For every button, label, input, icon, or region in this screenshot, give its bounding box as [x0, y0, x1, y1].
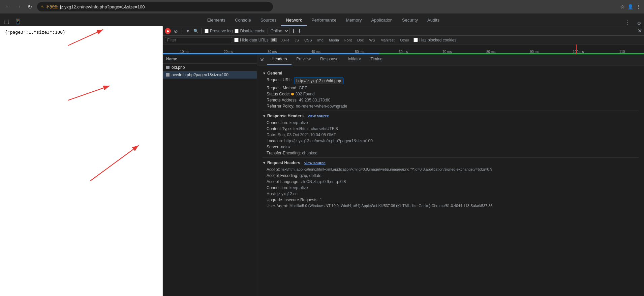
- hide-data-urls-checkbox[interactable]: [234, 38, 239, 42]
- status-code-row: Status Code: 302 Found: [263, 91, 639, 97]
- devtools-tabbar: ⬚ 📱 Elements Console Sources Network Per…: [0, 13, 644, 26]
- filter-bar: Hide data URLs All XHR JS CSS Img Media …: [163, 36, 644, 45]
- tab-console[interactable]: Console: [230, 15, 256, 26]
- export-icon[interactable]: ⬇: [298, 28, 302, 34]
- transfer-encoding-key: Transfer-Encoding:: [267, 151, 301, 155]
- tab-security[interactable]: Security: [397, 15, 423, 26]
- accept-row: Accept: text/html,application/xhtml+xml,…: [263, 167, 639, 173]
- details-tab-headers[interactable]: Headers: [267, 55, 292, 65]
- server-key: Server:: [267, 145, 280, 149]
- response-headers-section-title[interactable]: Response Headers view source: [263, 114, 639, 118]
- filter-manifest[interactable]: Manifest: [378, 37, 397, 43]
- file-name-newinfo: newInfo.php?page=1&size=100: [172, 72, 228, 77]
- record-button[interactable]: ●: [165, 28, 171, 34]
- tab-sources[interactable]: Sources: [256, 15, 281, 26]
- address-bar[interactable]: ⚠ 不安全 jz.yxg12.cn/newInfo.php?page=1&siz…: [37, 2, 273, 11]
- accept-language-row: Accept-Language: zh-CN,zh;q=0.9,en;q=0.8: [263, 179, 639, 185]
- filter-ws[interactable]: WS: [367, 37, 377, 43]
- file-icon-newinfo: [166, 73, 170, 77]
- connection-row: Connection: keep-alive: [263, 120, 639, 126]
- filter-all-badge[interactable]: All: [271, 38, 277, 42]
- devtools-close-icon[interactable]: ✕: [638, 28, 642, 34]
- import-icon[interactable]: ⬆: [292, 28, 296, 34]
- accept-value: text/html,application/xhtml+xml,applicat…: [281, 167, 492, 172]
- file-item-old[interactable]: old.php: [163, 64, 257, 71]
- request-method-row: Request Method: GET: [263, 85, 639, 91]
- clear-button[interactable]: ⊘: [173, 28, 179, 34]
- security-label: 不安全: [46, 4, 58, 10]
- response-headers-view-source[interactable]: view source: [308, 114, 329, 118]
- hide-data-urls-label[interactable]: Hide data URLs: [234, 38, 269, 42]
- filter-xhr[interactable]: XHR: [279, 37, 292, 43]
- menu-icon[interactable]: ⋮: [636, 4, 641, 9]
- filter-types: XHR JS CSS Img Media Font Doc WS Manifes…: [279, 37, 411, 43]
- upgrade-insecure-row: Upgrade-Insecure-Requests: 1: [263, 197, 639, 203]
- profile-icon[interactable]: 👤: [627, 4, 633, 9]
- remote-address-key: Remote Address:: [267, 98, 298, 102]
- has-blocked-cookies-checkbox[interactable]: [413, 38, 418, 42]
- file-name-old: old.php: [172, 65, 185, 70]
- location-row: Location: http://jz.yxg12.cn/newInfo.php…: [263, 138, 639, 144]
- bookmark-icon[interactable]: ☆: [620, 4, 625, 9]
- tab-application[interactable]: Application: [366, 15, 397, 26]
- remote-address-row: Remote Address: 49.235.83.178:80: [263, 97, 639, 103]
- disable-cache-input[interactable]: [235, 29, 239, 33]
- browser-chrome: ← → ↻ ⚠ 不安全 jz.yxg12.cn/newInfo.php?page…: [0, 0, 644, 13]
- host-key: Host:: [267, 191, 276, 196]
- svg-line-2: [68, 86, 110, 100]
- file-icon-old: [166, 66, 170, 69]
- filter-js[interactable]: JS: [292, 37, 301, 43]
- general-section-title[interactable]: General: [263, 71, 639, 76]
- filter-font[interactable]: Font: [342, 37, 354, 43]
- back-button[interactable]: ←: [3, 2, 13, 11]
- headers-content: General Request URL: http://jz.yxg12.cn/…: [257, 65, 644, 212]
- page-json: {"page3":1,"size3":100}: [0, 26, 162, 38]
- device-icon[interactable]: 📱: [13, 17, 23, 26]
- forward-button[interactable]: →: [14, 2, 24, 11]
- filter-css[interactable]: CSS: [302, 37, 314, 43]
- details-tab-preview[interactable]: Preview: [292, 55, 315, 65]
- tab-performance[interactable]: Performance: [307, 15, 341, 26]
- details-tab-timing[interactable]: Timing: [366, 55, 387, 65]
- filter-media[interactable]: Media: [327, 37, 341, 43]
- toolbar-separator-2: [202, 28, 202, 34]
- nav-buttons: ← → ↻: [3, 2, 34, 11]
- file-item-newinfo[interactable]: newInfo.php?page=1&size=100: [163, 71, 257, 79]
- disable-cache-checkbox[interactable]: Disable cache: [235, 29, 265, 33]
- devtools-more-icon[interactable]: ⋮: [621, 19, 634, 26]
- has-blocked-cookies-label[interactable]: Has blocked cookies: [413, 38, 456, 42]
- details-tabs: ✕ Headers Preview Response Initiator Tim…: [257, 55, 644, 65]
- filter-toggle-button[interactable]: ▾: [185, 28, 191, 34]
- devtools-icons: ⬚ 📱: [0, 17, 25, 26]
- preserve-log-input[interactable]: [205, 29, 209, 33]
- tab-network[interactable]: Network: [281, 15, 307, 26]
- throttle-dropdown[interactable]: Online: [268, 28, 289, 34]
- timeline-bar: 10 ms 20 ms 30 ms 40 ms 50 ms 60 ms 70 m…: [163, 45, 644, 55]
- request-headers-section-title[interactable]: Request Headers view source: [263, 160, 639, 165]
- filter-img[interactable]: Img: [315, 37, 326, 43]
- request-headers-view-source[interactable]: view source: [304, 161, 326, 165]
- preserve-log-checkbox[interactable]: Preserve log: [205, 29, 233, 33]
- filter-input[interactable]: [165, 37, 232, 43]
- request-url-row: Request URL: http://jz.yxg12.cn/old.php: [263, 77, 639, 85]
- details-tab-initiator[interactable]: Initiator: [343, 55, 366, 65]
- tab-memory[interactable]: Memory: [341, 15, 367, 26]
- filter-other[interactable]: Other: [398, 37, 412, 43]
- annotation-arrows: [0, 26, 162, 296]
- content-type-key: Content-Type:: [267, 126, 292, 131]
- content-area: Name old.php newInfo.php?page=1&size=100…: [163, 55, 644, 296]
- search-button[interactable]: 🔍: [193, 28, 199, 34]
- upgrade-insecure-value: 1: [320, 198, 322, 202]
- refresh-button[interactable]: ↻: [25, 2, 34, 11]
- tab-audits[interactable]: Audits: [423, 15, 444, 26]
- details-close-x[interactable]: ✕: [257, 55, 267, 65]
- inspect-icon[interactable]: ⬚: [3, 17, 10, 26]
- main-layout: {"page3":1,"size3":100} ● ⊘ ▾ 🔍: [0, 26, 644, 296]
- tab-elements[interactable]: Elements: [203, 15, 230, 26]
- file-list-header: Name: [163, 55, 257, 64]
- status-code-value: 302 Found: [291, 92, 314, 96]
- devtools-settings-icon[interactable]: ⚙: [634, 21, 644, 26]
- details-tab-response[interactable]: Response: [315, 55, 343, 65]
- filter-doc[interactable]: Doc: [355, 37, 366, 43]
- date-key: Date:: [267, 132, 276, 137]
